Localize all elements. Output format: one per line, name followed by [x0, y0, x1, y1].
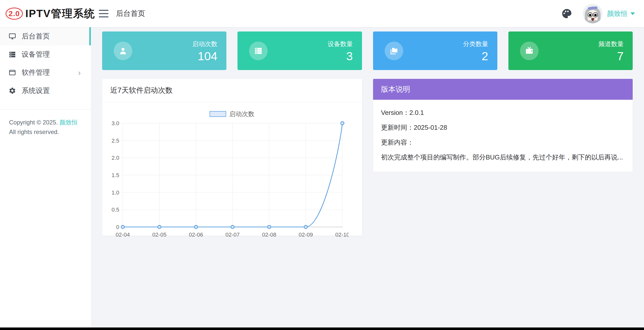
svg-text:1.0: 1.0 [111, 189, 119, 196]
sidebar-item-label: 系统设置 [22, 86, 82, 95]
update-time-line: 更新时间：2025-01-28 [381, 123, 625, 132]
stat-label: 设备数量 [328, 40, 353, 48]
update-content-text: 初次完成整个项目的编写制作。部分BUG后续修复，先过个好年，剩下的以后再说... [381, 153, 625, 162]
svg-text:2.0: 2.0 [111, 155, 119, 161]
stat-value: 3 [328, 50, 353, 62]
version-card-body: Version：2.0.1 更新时间：2025-01-28 更新内容： 初次完成… [373, 100, 633, 172]
stat-card-category-count: 分类数量 2 [373, 31, 497, 70]
chart-card-header: 近7天软件启动次数 [102, 79, 362, 102]
stat-label: 启动次数 [192, 40, 217, 48]
breadcrumb: 后台首页 [116, 9, 145, 19]
folders-icon [385, 42, 403, 60]
svg-text:02-08: 02-08 [262, 232, 276, 238]
bottom-black-bar [0, 327, 644, 330]
user-icon [114, 42, 132, 60]
sidebar-toggle-icon[interactable] [99, 10, 108, 17]
chevron-right-icon: › [78, 69, 81, 77]
copyright-prefix: Copyright © 2025. [9, 119, 59, 126]
version-card: 版本说明 Version：2.0.1 更新时间：2025-01-28 更新内容：… [373, 79, 633, 172]
legend-swatch [210, 111, 226, 117]
svg-text:0: 0 [116, 224, 119, 230]
svg-text:02-05: 02-05 [152, 232, 166, 238]
window-icon [9, 69, 16, 76]
server-icon [9, 51, 16, 58]
sidebar-item-settings[interactable]: 系统设置 [0, 82, 91, 100]
logo-version-badge: 2.0 [6, 8, 23, 20]
legend-label: 启动次数 [229, 110, 254, 118]
stat-card-row: 启动次数 104 设备数量 3 [102, 31, 633, 70]
chart-legend[interactable]: 启动次数 [110, 110, 354, 118]
launch-line-chart: 02-0402-0502-0602-0702-0802-0902-1000.51… [110, 120, 349, 240]
svg-text:3.0: 3.0 [111, 120, 119, 126]
topbar-right: 颜致恒 [561, 4, 644, 23]
chart-title: 近7天软件启动次数 [110, 86, 173, 94]
username[interactable]: 颜致恒 [607, 9, 627, 18]
chart-body: 启动次数 02-0402-0502-0602-0702-0802-0902-10… [102, 102, 362, 240]
stat-label: 频道数量 [598, 40, 624, 48]
app-logo: 2.0 IPTV管理系统 [0, 0, 91, 27]
svg-text:02-06: 02-06 [189, 232, 203, 238]
svg-text:0.5: 0.5 [111, 207, 119, 213]
version-card-title: 版本说明 [381, 84, 410, 94]
theme-palette-icon[interactable] [561, 8, 572, 19]
palette-icon [561, 8, 572, 19]
svg-text:2.5: 2.5 [111, 138, 119, 144]
stat-value: 7 [598, 50, 624, 62]
gear-icon [9, 87, 16, 94]
copyright-suffix: All rights reserved. [9, 128, 59, 135]
logo-title: IPTV管理系统 [25, 7, 95, 21]
monitor-icon [9, 32, 16, 40]
iptv-admin-dashboard: 2.0 IPTV管理系统 后台首页 [0, 0, 644, 330]
sidebar-item-label: 设备管理 [22, 50, 82, 59]
top-bar: 2.0 IPTV管理系统 后台首页 [0, 0, 644, 27]
copyright: Copyright © 2025. 颜致恒 All rights reserve… [0, 110, 91, 137]
svg-text:1.5: 1.5 [111, 172, 119, 178]
copyright-owner-link[interactable]: 颜致恒 [59, 119, 77, 126]
stat-value: 104 [192, 50, 217, 62]
avatar-image [583, 4, 602, 23]
stat-card-device-count: 设备数量 3 [237, 31, 362, 70]
sidebar-item-devices[interactable]: 设备管理 [0, 45, 91, 63]
user-avatar[interactable] [583, 4, 602, 23]
svg-text:02-09: 02-09 [299, 232, 313, 238]
stat-card-launch-count: 启动次数 104 [102, 31, 226, 70]
sidebar-item-label: 后台首页 [22, 31, 82, 41]
panel-row: 近7天软件启动次数 启动次数 02-0402-0502-0602-0702-08… [102, 79, 633, 236]
sidebar-item-label: 软件管理 [22, 68, 78, 77]
svg-text:02-07: 02-07 [225, 232, 239, 238]
update-content-label: 更新内容： [381, 138, 625, 147]
svg-text:02-04: 02-04 [116, 232, 130, 238]
user-menu-caret-icon[interactable] [630, 12, 635, 15]
main-content: 启动次数 104 设备数量 3 [91, 27, 644, 327]
version-card-header: 版本说明 [373, 79, 633, 100]
sidebar-item-software[interactable]: 软件管理 › [0, 63, 91, 82]
tv-icon [520, 42, 539, 60]
stat-value: 2 [463, 50, 488, 62]
sidebar-menu: 后台首页 [0, 27, 91, 100]
launch-chart-card: 近7天软件启动次数 启动次数 02-0402-0502-0602-0702-08… [102, 79, 362, 236]
server-icon [249, 42, 268, 60]
svg-text:02-10: 02-10 [335, 232, 349, 238]
version-number-line: Version：2.0.1 [381, 108, 625, 117]
sidebar-item-dashboard[interactable]: 后台首页 [0, 27, 91, 45]
stat-label: 分类数量 [463, 40, 488, 48]
sidebar: 后台首页 [0, 27, 91, 327]
stat-card-channel-count: 频道数量 7 [508, 31, 633, 70]
